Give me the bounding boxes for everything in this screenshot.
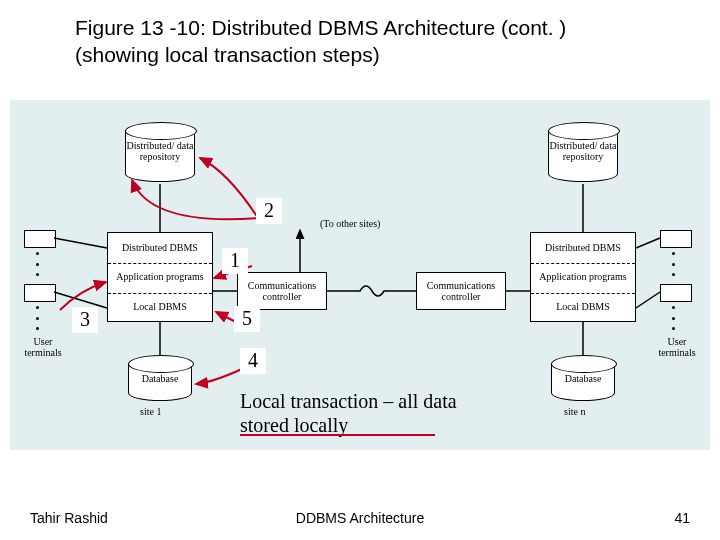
comm-controller-label: Communications controller (417, 280, 505, 302)
ellipsis-dots (672, 252, 678, 276)
ellipsis-dots (36, 306, 42, 330)
right-stack-box: Distributed DBMS Application programs Lo… (530, 232, 636, 322)
left-comm-controller: Communications controller (237, 272, 327, 310)
left-repository-cylinder: Distributed/ data repository (125, 122, 195, 182)
comm-controller-label: Communications controller (238, 280, 326, 302)
dashed-separator (531, 293, 635, 294)
dashed-separator (108, 263, 212, 264)
ellipsis-dots (672, 306, 678, 330)
right-comm-controller: Communications controller (416, 272, 506, 310)
terminal-box (660, 230, 692, 248)
step-1-label: 1 (222, 248, 248, 274)
footer-page-num: 41 (674, 510, 690, 526)
terminal-box (24, 284, 56, 302)
dashed-separator (531, 263, 635, 264)
local-dbms-label: Local DBMS (108, 292, 212, 321)
step-5-label: 5 (234, 306, 260, 332)
title-line-2: (showing local transaction steps) (75, 43, 380, 66)
step-2-label: 2 (256, 198, 282, 224)
local-transaction-caption: Local transaction – all data stored loca… (240, 389, 480, 437)
dashed-separator (108, 293, 212, 294)
step-4-label: 4 (240, 348, 266, 374)
app-prog-label: Application programs (531, 262, 635, 291)
figure-title: Figure 13 -10: Distributed DBMS Architec… (75, 14, 635, 69)
right-database-cylinder: Database (551, 355, 615, 400)
user-terminals-label: User terminals (18, 336, 68, 358)
step-3-label: 3 (72, 307, 98, 333)
app-prog-label: Application programs (108, 262, 212, 291)
ellipsis-dots (36, 252, 42, 276)
left-database-cylinder: Database (128, 355, 192, 400)
user-terminals-label: User terminals (652, 336, 702, 358)
site-n-label: site n (564, 406, 585, 417)
terminal-box (24, 230, 56, 248)
dist-dbms-label: Distributed DBMS (108, 233, 212, 262)
terminal-box (660, 284, 692, 302)
right-repository-cylinder: Distributed/ data repository (548, 122, 618, 182)
footer-title: DDBMS Architecture (0, 510, 720, 526)
title-line-1: Figure 13 -10: Distributed DBMS Architec… (75, 16, 566, 39)
dist-dbms-label: Distributed DBMS (531, 233, 635, 262)
left-stack-box: Distributed DBMS Application programs Lo… (107, 232, 213, 322)
to-other-sites-label: (To other sites) (320, 218, 380, 229)
local-dbms-label: Local DBMS (531, 292, 635, 321)
site-1-label: site 1 (140, 406, 161, 417)
